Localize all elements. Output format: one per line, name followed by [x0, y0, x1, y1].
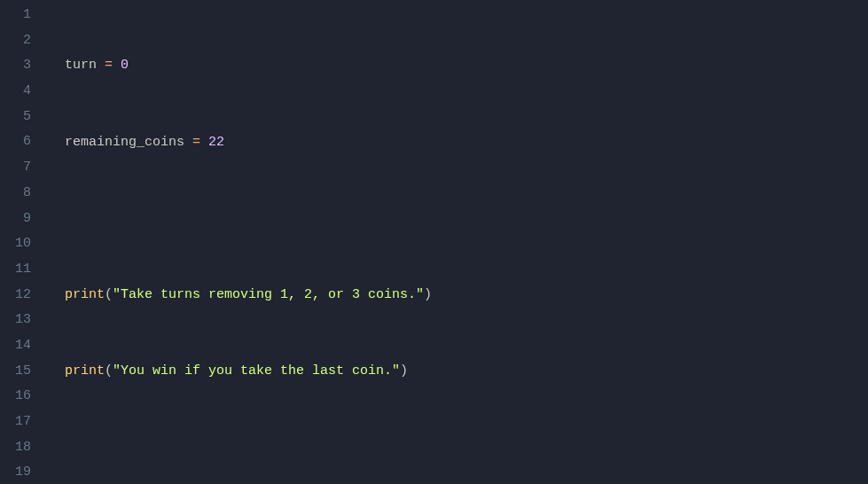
string-literal: "You win if you take the last coin.": [113, 363, 400, 379]
line-number: 14: [0, 333, 31, 359]
string-literal: "Take turns removing 1, 2, or 3 coins.": [113, 287, 424, 302]
line-number: 7: [0, 155, 31, 181]
variable: turn: [65, 58, 97, 73]
line-number: 16: [0, 384, 31, 410]
code-line[interactable]: [49, 435, 687, 461]
line-number: 1: [0, 3, 31, 28]
code-area[interactable]: turn = 0 remaining_coins = 22 print("Tak…: [49, 0, 687, 484]
number-literal: 22: [208, 135, 224, 150]
line-number: 12: [0, 283, 31, 308]
line-number: 5: [0, 105, 31, 130]
line-number: 10: [0, 231, 31, 257]
line-number-gutter: 1 2 3 4 5 6 7 8 9 10 11 12 13 14 15 16 1…: [0, 0, 49, 484]
code-line[interactable]: remaining_coins = 22: [49, 130, 687, 156]
code-line[interactable]: turn = 0: [49, 53, 687, 79]
code-editor[interactable]: 1 2 3 4 5 6 7 8 9 10 11 12 13 14 15 16 1…: [0, 0, 868, 484]
operator: =: [105, 58, 113, 73]
line-number: 13: [0, 308, 31, 333]
line-number: 2: [0, 28, 31, 54]
line-number: 15: [0, 359, 31, 385]
operator: =: [192, 135, 200, 150]
variable: remaining_coins: [65, 135, 184, 150]
line-number: 18: [0, 435, 31, 461]
line-number: 9: [0, 207, 31, 232]
function-call: print: [65, 363, 105, 379]
line-number: 6: [0, 129, 31, 155]
code-line[interactable]: print("Take turns removing 1, 2, or 3 co…: [49, 283, 687, 308]
line-number: 11: [0, 257, 31, 283]
line-number: 4: [0, 79, 31, 105]
function-call: print: [65, 287, 105, 302]
paren: (: [105, 363, 113, 379]
code-line[interactable]: print("You win if you take the last coin…: [49, 359, 687, 385]
line-number: 8: [0, 181, 31, 207]
line-number: 19: [0, 460, 31, 484]
number-literal: 0: [121, 58, 129, 73]
paren: ): [400, 363, 408, 379]
code-line[interactable]: [49, 207, 687, 232]
paren: ): [424, 287, 432, 302]
line-number: 3: [0, 53, 31, 79]
line-number: 17: [0, 410, 31, 435]
paren: (: [105, 287, 113, 302]
